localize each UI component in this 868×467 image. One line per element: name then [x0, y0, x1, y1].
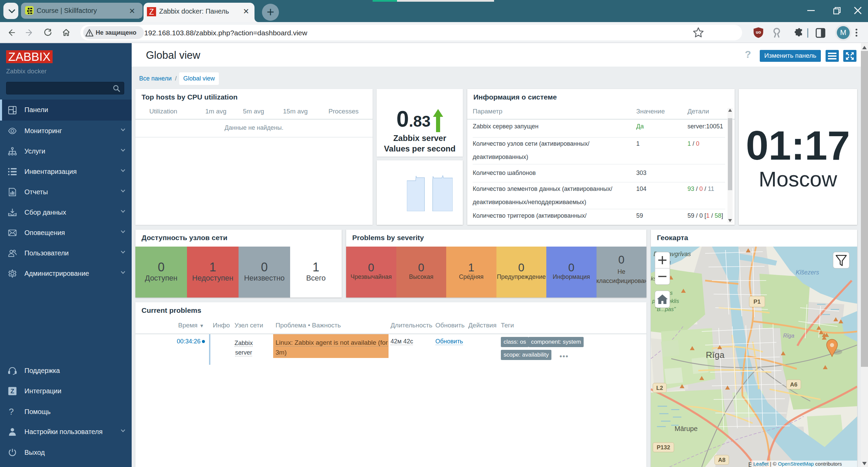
svg-text:Leaflet | © OpenStreetMap cont: Leaflet | © OpenStreetMap contributors — [753, 461, 842, 467]
svg-text:uo: uo — [756, 30, 761, 35]
svg-text:Z: Z — [11, 388, 14, 395]
